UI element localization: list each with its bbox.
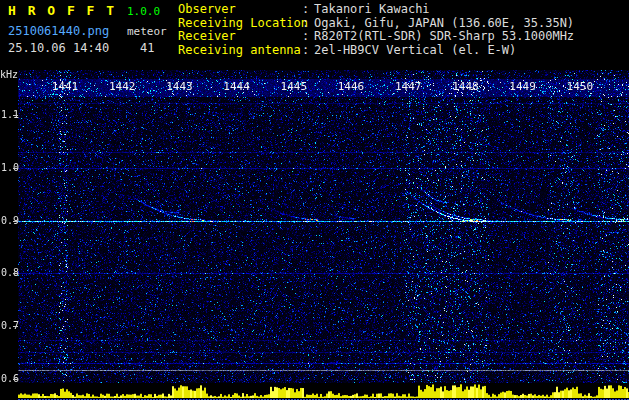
spectrogram-canvas (18, 70, 629, 383)
info-label: Receiving antenna (178, 44, 302, 57)
output-filename: 2510061440.png (8, 24, 109, 38)
freq-tick-label: 1.1 (1, 109, 19, 120)
info-label: Observer (178, 3, 302, 16)
timestamp: 25.10.06 14:40 (8, 41, 109, 55)
freq-axis-unit: kHz (0, 69, 18, 80)
info-row: Receiving antenna : 2el-HB9CV Vertical (… (178, 44, 516, 57)
hrofft-window: H R O F F T 1.0.0 2510061440.png meteor … (0, 0, 629, 400)
info-row: Receiver : R820T2(RTL-SDR) SDR-Sharp 53.… (178, 30, 574, 43)
activity-bar-canvas (18, 383, 629, 400)
freq-tick-label: 0.7 (1, 320, 19, 331)
info-row: Observer : Takanori Kawachi (178, 3, 430, 16)
freq-tick-label: 1.0 (1, 162, 19, 173)
info-value: R820T2(RTL-SDR) SDR-Sharp 53.1000MHz (314, 30, 574, 43)
app-version: 1.0.0 (127, 5, 160, 18)
freq-tick-label: 0.9 (1, 215, 19, 226)
info-value: 2el-HB9CV Vertical (el. E-W) (314, 44, 516, 57)
info-value: Takanori Kawachi (314, 3, 430, 16)
app-title: H R O F F T (8, 3, 116, 18)
echo-count: 41 (140, 41, 154, 55)
freq-tick-label: 0.6 (1, 373, 19, 384)
info-separator: : (302, 30, 314, 43)
mode-label: meteor (127, 25, 167, 38)
info-separator: : (302, 3, 314, 16)
info-label: Receiver (178, 30, 302, 43)
info-separator: : (302, 44, 314, 57)
freq-tick-label: 0.8 (1, 267, 19, 278)
